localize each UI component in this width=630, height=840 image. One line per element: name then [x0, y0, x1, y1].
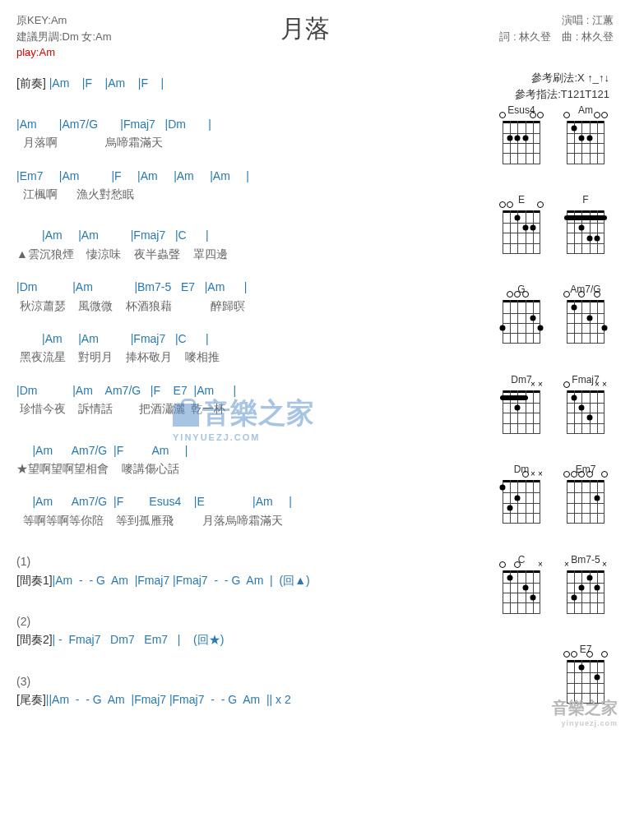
fretboard-icon: [499, 297, 544, 343]
page-title: 月落: [112, 12, 500, 61]
play-label: play:: [16, 46, 39, 58]
fretboard-icon: [563, 477, 608, 523]
suggest-key: 建議男調:Dm 女:Am: [16, 29, 112, 45]
chord-line: |Em7 |Am |F |Am |Am |Am |: [16, 167, 474, 185]
fretboard-icon: [563, 297, 608, 343]
chord-diagram-c: C×: [493, 554, 549, 634]
outro-label: [尾奏]: [16, 693, 46, 706]
meta-left: 原KEY:Am 建議男調:Dm 女:Am play:Am: [16, 12, 112, 61]
chord-line: |Am |Am |Fmaj7 |C |: [16, 330, 474, 348]
chord-diagram-f: F: [558, 194, 614, 274]
chord-diagram-e: E: [493, 194, 549, 274]
chord-diagram-bm7-5: Bm7-5××: [558, 554, 614, 634]
original-key: 原KEY:Am: [16, 12, 112, 29]
chord-diagram-em7: Em7: [558, 464, 614, 543]
fretboard-icon: [563, 207, 608, 253]
chord-name: F: [558, 194, 614, 205]
interlude1-label: [間奏1]: [16, 574, 53, 587]
lyric-line: ▲雲沉狼煙 悽涼味 夜半蟲聲 罩四邊: [16, 245, 474, 263]
section-num: (3): [16, 672, 474, 690]
fretboard-icon: ××: [499, 477, 544, 523]
lyric-line: 黑夜流星 對明月 捧杯敬月 嘜相推: [16, 348, 474, 366]
lyric-line: 江楓啊 漁火對愁眠: [16, 185, 474, 203]
chord-diagram-fmaj7: Fmaj7××: [558, 374, 614, 454]
chord-diagram-dm: Dm××: [493, 464, 549, 543]
chord-diagram-g: G: [493, 284, 549, 363]
interlude2-label: [間奏2]: [16, 633, 53, 646]
lyric-line: 月落啊 烏啼霜滿天: [16, 133, 474, 151]
outro-chords: ||Am - - G Am |Fmaj7 |Fmaj7 - - G Am || …: [46, 693, 291, 706]
fretboard-icon: [563, 118, 608, 164]
fretboard-icon: ××: [563, 567, 608, 613]
chord-diagram-panel: Esus4AmEFGAm7/GDm7××Fmaj7××Dm××Em7C×Bm7-…: [486, 67, 614, 724]
chord-line: |Dm |Am Am7/G |F E7 |Am |: [16, 381, 474, 399]
fretboard-icon: ×: [499, 567, 544, 613]
section-num: (1): [16, 552, 474, 570]
chord-line: |Dm |Am |Bm7-5 E7 |Am |: [16, 278, 474, 296]
footer-wm-sub: yinyuezj.com: [552, 719, 618, 727]
ref-finger: 參考指法:T121T121: [515, 86, 609, 103]
play-key: Am: [39, 46, 55, 58]
ref-strum: 參考刷法:X ↑_↑↓: [515, 70, 609, 86]
chord-line: |Am |Am7/G |Fmaj7 |Dm |: [16, 115, 474, 133]
section-num: (2): [16, 612, 474, 630]
fretboard-icon: ××: [563, 387, 608, 433]
reference-box: 參考刷法:X ↑_↑↓ 參考指法:T121T121: [515, 70, 609, 102]
meta-right: 演唱 : 江蕙 詞 : 林久登 曲 : 林久登: [499, 12, 614, 61]
singer: 演唱 : 江蕙: [499, 12, 614, 29]
chord-line: |Am Am7/G |F Am |: [16, 441, 474, 459]
chord-diagram-am7-g: Am7/G: [558, 284, 614, 363]
footer-wm-text: 音樂之家: [552, 699, 618, 717]
intro-label: [前奏]: [16, 76, 46, 90]
chord-diagram-am: Am: [558, 104, 614, 184]
chord-sheet: [前奏] |Am |F |Am |F | |Am |Am7/G |Fmaj7 |…: [16, 67, 474, 724]
chord-line: |Am |Am |Fmaj7 |C |: [16, 226, 474, 244]
interlude2-chords: | - Fmaj7 Dm7 Em7 | (回★): [53, 633, 225, 646]
fretboard-icon: [499, 207, 544, 253]
fretboard-icon: [563, 657, 608, 703]
credits: 詞 : 林久登 曲 : 林久登: [499, 29, 614, 45]
chord-diagram-esus4: Esus4: [493, 104, 549, 184]
lyric-line: 等啊等啊等你陪 等到孤雁飛 月落烏啼霜滿天: [16, 511, 474, 529]
footer-watermark: 音樂之家 yinyuezj.com: [552, 697, 618, 727]
lyric-line: 秋涼蕭瑟 風微微 杯酒狼藉 醉歸暝: [16, 297, 474, 315]
chord-diagram-dm7: Dm7××: [493, 374, 549, 454]
chord-line: |Am Am7/G |F Esus4 |E |Am |: [16, 492, 474, 510]
fretboard-icon: ××: [499, 387, 544, 433]
intro-chords: |Am |F |Am |F |: [46, 76, 164, 90]
lyric-line: ★望啊望啊望相會 嘜講傷心話: [16, 459, 474, 478]
lyric-line: 珍惜今夜 訴情話 把酒瀟灑 乾一杯: [16, 399, 474, 418]
fretboard-icon: [499, 118, 544, 164]
interlude1-chords: |Am - - G Am |Fmaj7 |Fmaj7 - - G Am | (回…: [53, 574, 310, 587]
